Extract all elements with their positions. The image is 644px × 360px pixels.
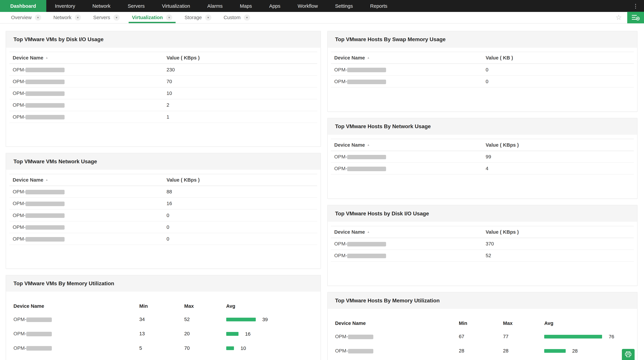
tab-network[interactable]: Network ▾	[47, 12, 87, 23]
redacted-device-name	[347, 242, 386, 246]
device-cell: OPM-	[14, 312, 139, 326]
device-link[interactable]: OPM-	[334, 154, 386, 159]
device-link[interactable]: OPM-	[12, 201, 64, 206]
chevron-down-icon[interactable]: ▾	[166, 15, 172, 21]
device-link[interactable]: OPM-	[12, 224, 64, 230]
nav-item-settings[interactable]: Settings	[326, 0, 362, 12]
widget-body: Device Name▲ Value ( KBps ) OPM-370OPM-5…	[328, 226, 637, 286]
device-link[interactable]: OPM-	[334, 166, 386, 171]
device-link[interactable]: OPM-	[334, 79, 386, 84]
device-name-prefix: OPM-	[334, 67, 347, 72]
device-link[interactable]: OPM-	[12, 90, 64, 96]
value-cell: 16	[163, 198, 317, 209]
redacted-device-name	[26, 225, 64, 230]
add-dashboard-button[interactable]	[627, 12, 644, 23]
device-name-prefix: OPM-	[12, 79, 26, 84]
device-name-prefix: OPM-	[14, 331, 26, 336]
device-name-prefix: OPM-	[12, 114, 26, 120]
device-link[interactable]: OPM-	[12, 236, 64, 242]
table-row: OPM-0	[331, 76, 634, 87]
nav-item-servers[interactable]: Servers	[119, 0, 153, 12]
value-cell: 370	[482, 238, 634, 250]
device-link[interactable]: OPM-	[14, 359, 52, 360]
chevron-down-icon[interactable]: ▾	[75, 15, 81, 21]
redacted-device-name	[26, 317, 52, 322]
device-link[interactable]: OPM-	[334, 67, 386, 72]
value-cell: 0	[482, 76, 634, 87]
avg-value: 76	[609, 334, 614, 339]
column-header-device: Device Name	[335, 317, 459, 329]
device-name-prefix: OPM-	[334, 166, 347, 171]
value-cell: 0	[482, 64, 634, 75]
device-link[interactable]: OPM-	[335, 334, 374, 339]
chevron-down-icon[interactable]: ▾	[244, 15, 250, 21]
widget-title: Top VMware VMs Network Usage	[14, 158, 97, 165]
device-link[interactable]: OPM-	[14, 331, 52, 336]
favorite-star-icon[interactable]: ☆	[610, 14, 627, 21]
widget-header: Top VMware Hosts By Swap Memory Usage	[328, 31, 637, 48]
nav-item-maps[interactable]: Maps	[231, 0, 260, 12]
value-cell: 230	[163, 64, 317, 75]
device-link[interactable]: OPM-	[12, 79, 64, 84]
nav-item-inventory[interactable]: Inventory	[46, 0, 84, 12]
device-link[interactable]: OPM-	[335, 348, 374, 353]
device-link[interactable]: OPM-	[12, 213, 64, 218]
chevron-down-icon[interactable]: ▾	[205, 15, 211, 21]
max-cell: 28	[503, 344, 544, 358]
device-cell: OPM-	[10, 221, 163, 233]
table-row: OPM-10	[10, 87, 317, 99]
subnav-actions: ☆	[610, 12, 644, 23]
redacted-device-name	[26, 115, 64, 119]
avg-bar	[226, 318, 256, 321]
device-cell: OPM-	[331, 76, 482, 87]
table-row: OPM-88	[10, 186, 317, 198]
tab-servers[interactable]: Servers ▾	[87, 12, 126, 23]
column-header-device: Device Name▲	[331, 52, 482, 64]
sort-icon[interactable]: ▲	[46, 178, 48, 182]
max-cell: 52	[184, 312, 226, 326]
nav-item-network[interactable]: Network	[84, 0, 119, 12]
device-link[interactable]: OPM-	[14, 316, 52, 322]
nav-item-apps[interactable]: Apps	[260, 0, 289, 12]
print-button[interactable]	[622, 349, 634, 360]
device-link[interactable]: OPM-	[334, 253, 386, 258]
avg-cell: 10	[226, 341, 313, 355]
device-link[interactable]: OPM-	[12, 102, 64, 108]
nav-item-virtualization[interactable]: Virtualization	[153, 0, 199, 12]
printer-icon	[625, 351, 632, 357]
device-cell: OPM-	[335, 329, 459, 344]
nav-item-workflow[interactable]: Workflow	[289, 0, 326, 12]
device-link[interactable]: OPM-	[12, 67, 64, 72]
nav-item-dashboard[interactable]: Dashboard	[0, 0, 46, 12]
value-cell: 10	[163, 87, 317, 99]
more-menu-icon[interactable]: ⋮	[627, 0, 644, 12]
widget-body: Device Name▲ Value ( KBps ) OPM-88OPM-16…	[6, 174, 320, 268]
device-name-prefix: OPM-	[14, 359, 26, 360]
device-link[interactable]: OPM-	[334, 241, 386, 246]
sort-icon[interactable]: ▲	[367, 143, 370, 146]
sort-icon[interactable]: ▲	[367, 56, 370, 59]
sort-icon[interactable]: ▲	[46, 56, 48, 59]
column-header-value: Value ( KBps )	[163, 52, 317, 64]
redacted-device-name	[347, 155, 386, 159]
chevron-down-icon[interactable]: ▾	[35, 15, 41, 21]
widget-title: Top VMware VMs By Memory Utilization	[14, 280, 114, 287]
tab-overview[interactable]: Overview ▾	[5, 12, 47, 23]
device-link[interactable]: OPM-	[12, 189, 64, 194]
widget-table: Device Name▲ Value ( KBps ) OPM-99OPM-4	[331, 139, 634, 174]
redacted-device-name	[26, 237, 64, 242]
device-link[interactable]: OPM-	[12, 114, 64, 120]
redacted-device-name	[348, 335, 374, 339]
tab-custom[interactable]: Custom ▾	[217, 12, 256, 23]
nav-item-alarms[interactable]: Alarms	[199, 0, 231, 12]
value-cell: 99	[482, 151, 634, 163]
redacted-device-name	[26, 332, 52, 336]
chevron-down-icon[interactable]: ▾	[114, 15, 120, 21]
nav-item-reports[interactable]: Reports	[362, 0, 396, 12]
tab-storage[interactable]: Storage ▾	[178, 12, 218, 23]
table-row: OPM-2	[10, 99, 317, 111]
sort-icon[interactable]: ▲	[367, 230, 370, 234]
device-link[interactable]: OPM-	[14, 345, 52, 351]
tab-virtualization[interactable]: Virtualization ▾	[126, 12, 178, 23]
table-row: OPM-0	[10, 209, 317, 221]
